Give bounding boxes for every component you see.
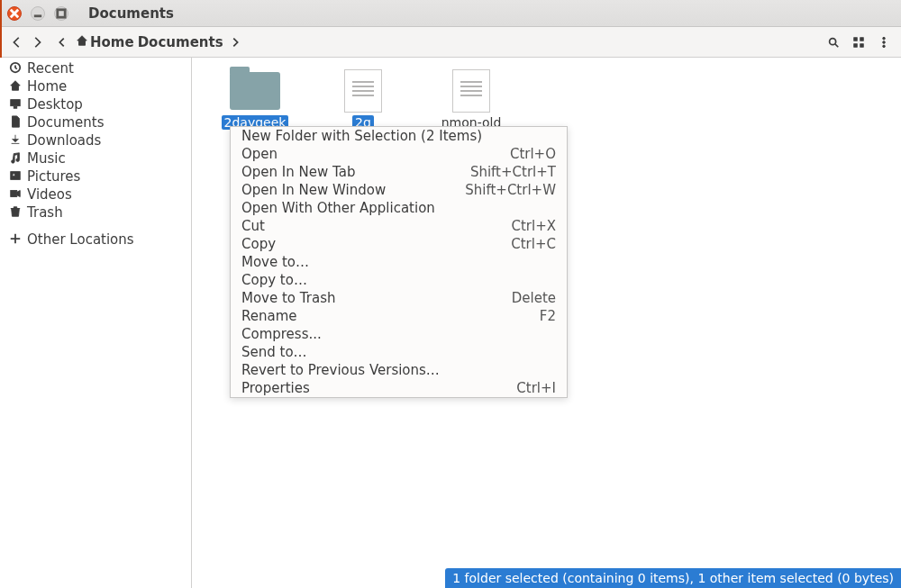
- sidebar-item-label: Videos: [27, 186, 72, 203]
- trash-icon: [7, 205, 23, 221]
- ctx-accel: Ctrl+X: [511, 218, 556, 234]
- ctx-label: Copy to…: [241, 272, 556, 288]
- ctx-label: Move to Trash: [241, 290, 512, 306]
- nav-back-button[interactable]: [7, 32, 27, 52]
- ctx-open[interactable]: Open Ctrl+O: [231, 145, 567, 163]
- pictures-icon: [7, 169, 23, 185]
- ctx-label: Compress...: [241, 326, 556, 342]
- sidebar: Recent Home Desktop Documents: [0, 58, 192, 588]
- download-icon: [7, 133, 23, 149]
- sidebar-item-recent[interactable]: Recent: [0, 59, 191, 77]
- svg-rect-12: [11, 171, 21, 179]
- ctx-label: Open: [241, 146, 510, 162]
- breadcrumb-home-label: Home: [90, 34, 134, 50]
- sidebar-item-pictures[interactable]: Pictures: [0, 167, 191, 185]
- svg-rect-2: [854, 37, 858, 41]
- svg-rect-11: [14, 106, 17, 108]
- text-file-icon: [452, 69, 490, 113]
- svg-point-8: [883, 45, 886, 48]
- video-icon: [7, 187, 23, 203]
- file-item-folder[interactable]: 2daygeek: [219, 70, 291, 130]
- sidebar-item-trash[interactable]: Trash: [0, 204, 191, 222]
- sidebar-item-desktop[interactable]: Desktop: [0, 95, 191, 113]
- context-menu: New Folder with Selection (2 Items) Open…: [230, 126, 568, 398]
- ctx-open-with-other[interactable]: Open With Other Application: [231, 199, 567, 217]
- view-grid-button[interactable]: [849, 32, 869, 52]
- desktop-icon: [7, 97, 23, 113]
- ctx-move-to[interactable]: Move to…: [231, 253, 567, 271]
- sidebar-item-label: Documents: [27, 114, 105, 131]
- sidebar-item-label: Desktop: [27, 96, 83, 113]
- ctx-open-new-tab[interactable]: Open In New Tab Shift+Ctrl+T: [231, 163, 567, 181]
- minimize-icon: [32, 7, 44, 20]
- ctx-copy-to[interactable]: Copy to…: [231, 271, 567, 289]
- svg-rect-0: [58, 9, 65, 16]
- svg-point-1: [830, 38, 836, 44]
- window-minimize-button[interactable]: [31, 6, 45, 21]
- ctx-accel: Ctrl+I: [516, 380, 556, 396]
- music-icon: [7, 151, 23, 167]
- breadcrumb-home[interactable]: Home: [74, 32, 136, 52]
- home-icon: [76, 34, 88, 50]
- svg-rect-3: [860, 37, 864, 41]
- sidebar-item-downloads[interactable]: Downloads: [0, 131, 191, 149]
- breadcrumb-current[interactable]: Documents: [136, 32, 225, 52]
- close-icon: [8, 7, 21, 20]
- ctx-send-to[interactable]: Send to…: [231, 343, 567, 361]
- ctx-cut[interactable]: Cut Ctrl+X: [231, 217, 567, 235]
- ctx-compress[interactable]: Compress...: [231, 325, 567, 343]
- ctx-revert-versions[interactable]: Revert to Previous Versions…: [231, 361, 567, 379]
- maximize-icon: [55, 7, 68, 20]
- window-close-button[interactable]: [7, 6, 22, 21]
- svg-point-6: [883, 37, 886, 40]
- more-icon: [878, 36, 890, 49]
- ctx-open-new-window[interactable]: Open In New Window Shift+Ctrl+W: [231, 181, 567, 199]
- ctx-label: Properties: [241, 380, 516, 396]
- sidebar-item-label: Downloads: [27, 132, 101, 149]
- ctx-label: Open In New Tab: [241, 164, 470, 180]
- sidebar-item-music[interactable]: Music: [0, 149, 191, 167]
- svg-rect-10: [11, 99, 21, 105]
- sidebar-item-label: Pictures: [27, 168, 80, 185]
- folder-icon: [230, 72, 280, 110]
- ctx-accel: Ctrl+O: [510, 146, 556, 162]
- text-file-icon: [344, 69, 382, 113]
- ctx-accel: Delete: [512, 290, 556, 306]
- window-title: Documents: [88, 5, 174, 22]
- plus-icon: [7, 232, 23, 248]
- breadcrumb-current-label: Documents: [138, 34, 223, 50]
- document-icon: [7, 115, 23, 131]
- search-button[interactable]: [824, 32, 843, 52]
- sidebar-item-videos[interactable]: Videos: [0, 185, 191, 204]
- path-up-button[interactable]: [52, 32, 72, 52]
- path-next-button[interactable]: [225, 32, 245, 52]
- ctx-copy[interactable]: Copy Ctrl+C: [231, 235, 567, 253]
- sidebar-item-label: Other Locations: [27, 231, 134, 248]
- sidebar-item-documents[interactable]: Documents: [0, 113, 191, 131]
- sidebar-item-label: Trash: [27, 204, 63, 221]
- search-icon: [827, 36, 840, 49]
- hamburger-menu-button[interactable]: [874, 32, 894, 52]
- arrow-left-icon: [11, 36, 23, 49]
- ctx-new-folder-selection[interactable]: New Folder with Selection (2 Items): [231, 127, 567, 145]
- ctx-label: New Folder with Selection (2 Items): [241, 128, 556, 144]
- ctx-label: Copy: [241, 236, 511, 252]
- svg-rect-5: [860, 43, 864, 47]
- ctx-properties[interactable]: Properties Ctrl+I: [231, 379, 567, 397]
- ctx-move-to-trash[interactable]: Move to Trash Delete: [231, 289, 567, 307]
- window-titlebar: Documents: [0, 0, 901, 27]
- status-bar: 1 folder selected (containing 0 items), …: [445, 568, 901, 588]
- file-item-document[interactable]: 2g: [327, 70, 399, 130]
- grid-icon: [852, 36, 865, 49]
- sidebar-item-label: Recent: [27, 60, 74, 77]
- ctx-label: Rename: [241, 308, 540, 324]
- sidebar-item-other-locations[interactable]: Other Locations: [0, 231, 191, 249]
- file-item-document[interactable]: nmon-old: [435, 70, 507, 130]
- ctx-rename[interactable]: Rename F2: [231, 307, 567, 325]
- window-maximize-button[interactable]: [54, 6, 68, 21]
- nav-forward-button[interactable]: [27, 32, 47, 52]
- ctx-label: Open In New Window: [241, 182, 465, 198]
- status-text: 1 folder selected (containing 0 items), …: [452, 571, 894, 585]
- sidebar-item-home[interactable]: Home: [0, 77, 191, 95]
- ctx-label: Open With Other Application: [241, 200, 556, 216]
